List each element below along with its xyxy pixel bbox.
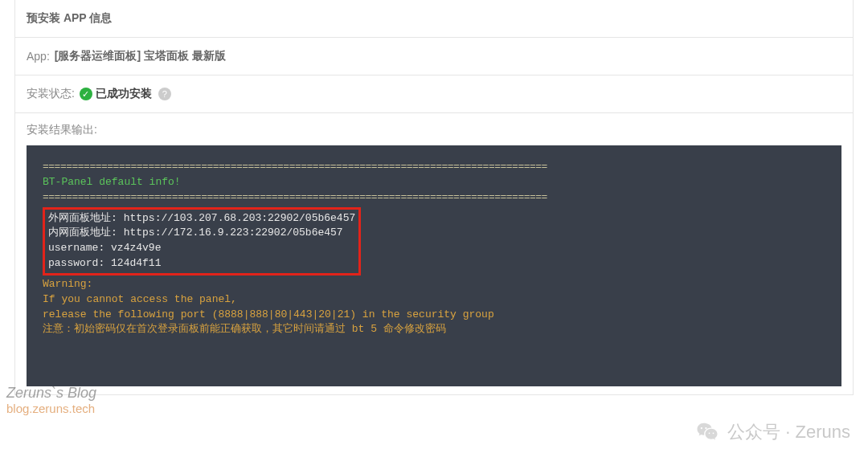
install-output-terminal: ========================================… [27, 145, 841, 386]
username-value: vz4z4v9e [111, 242, 161, 254]
external-url-label: 外网面板地址: [48, 212, 117, 224]
watermark-blog-name: Zeruns`s Blog [6, 385, 96, 401]
wechat-icon [695, 420, 719, 444]
separator-line: ========================================… [43, 161, 547, 173]
install-status-value: 已成功安装 [96, 87, 152, 101]
help-icon[interactable]: ? [158, 88, 171, 100]
internal-url-label: 内网面板地址: [48, 227, 117, 239]
install-status-row: 安装状态: ✓ 已成功安装 ? [15, 75, 853, 112]
output-label: 安装结果输出: [27, 121, 841, 145]
warning-line-1: If you cannot access the panel, [43, 293, 237, 305]
password-value: 124d4f11 [111, 257, 161, 269]
username-label: username: [48, 242, 104, 254]
external-url: https://103.207.68.203:22902/05b6e457 [124, 212, 356, 224]
install-status-label: 安装状态: [27, 87, 75, 101]
watermark-blog: Zeruns`s Blog blog.zeruns.tech [6, 385, 96, 415]
app-name: [服务器运维面板] 宝塔面板 最新版 [55, 49, 226, 63]
bt-panel-header: BT-Panel default info! [43, 176, 181, 188]
warning-notice-cn: 注意：初始密码仅在首次登录面板前能正确获取，其它时间请通过 bt 5 命令修改密… [43, 323, 446, 335]
preinstall-app-panel: 预安装 APP 信息 App: [服务器运维面板] 宝塔面板 最新版 安装状态:… [14, 0, 854, 395]
separator-line: ========================================… [43, 191, 547, 203]
watermark-wechat: 公众号 · Zeruns [695, 420, 850, 444]
check-icon: ✓ [80, 88, 92, 100]
output-section: 安装结果输出: ================================… [15, 112, 853, 394]
credentials-highlight-box: 外网面板地址: https://103.207.68.203:22902/05b… [43, 207, 361, 276]
app-row: App: [服务器运维面板] 宝塔面板 最新版 [15, 37, 853, 75]
warning-line-2: release the following port (8888|888|80|… [43, 308, 494, 320]
warning-title: Warning: [43, 278, 92, 290]
internal-url: https://172.16.9.223:22902/05b6e457 [124, 227, 343, 239]
watermark-wechat-text: 公众号 · Zeruns [727, 420, 850, 444]
panel-title: 预安装 APP 信息 [15, 0, 853, 37]
watermark-blog-url: blog.zeruns.tech [6, 402, 96, 415]
password-label: password: [48, 257, 104, 269]
app-label: App: [27, 50, 50, 63]
